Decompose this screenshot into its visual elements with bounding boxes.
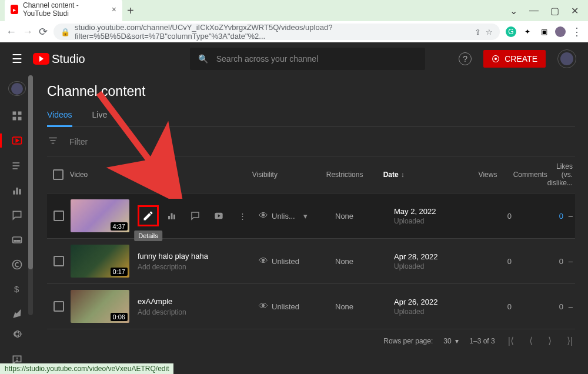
next-page-icon[interactable]: ⟩ [546, 335, 554, 346]
column-views[interactable]: Views [457, 171, 497, 179]
svg-rect-20 [52, 143, 55, 144]
filter-placeholder: Filter [69, 137, 88, 146]
profile-avatar-icon[interactable] [555, 26, 566, 37]
monetization-icon[interactable]: $ [10, 283, 24, 295]
svg-rect-2 [13, 117, 16, 121]
comments-cell[interactable]: 0 [512, 302, 563, 311]
edit-details-button[interactable]: Details [138, 205, 159, 226]
extensions-icon[interactable]: ✦ [522, 26, 533, 37]
tab-close-icon[interactable]: × [112, 5, 116, 14]
help-icon[interactable]: ? [459, 52, 472, 65]
column-restrictions[interactable]: Restrictions [326, 171, 383, 179]
analytics-button[interactable] [161, 205, 182, 226]
bookmark-icon[interactable]: ☆ [486, 28, 493, 36]
studio-logo[interactable]: Studio [33, 52, 85, 66]
minimize-icon[interactable]: — [529, 5, 539, 16]
new-tab-button[interactable]: + [127, 4, 134, 21]
main-content: Channel content Videos Live Filter Video… [34, 75, 588, 374]
search-input[interactable]: 🔍 Search across your channel [190, 48, 425, 70]
table-header: Video Visibility Restrictions Date↓ View… [47, 156, 575, 193]
restrictions-cell: None [335, 212, 394, 221]
filter-bar[interactable]: Filter [47, 127, 575, 156]
create-icon: ⦿ [492, 54, 500, 64]
reload-icon[interactable]: ⟳ [39, 25, 48, 38]
pagination: Rows per page: 30 ▾ 1–3 of 3 |⟨ ⟨ ⟩ ⟩| [47, 329, 575, 352]
svg-point-14 [13, 260, 22, 269]
channel-avatar[interactable] [8, 81, 26, 96]
first-page-icon[interactable]: |⟨ [506, 335, 516, 346]
column-video[interactable]: Video [70, 171, 252, 179]
account-avatar[interactable] [557, 49, 576, 68]
last-page-icon[interactable]: ⟩| [564, 335, 575, 346]
dashboard-icon[interactable] [10, 110, 24, 122]
copyright-icon[interactable] [10, 259, 24, 271]
content-tabs: Videos Live [47, 110, 575, 127]
date-cell: Apr 28, 2022Uploaded [394, 252, 470, 271]
browser-chrome: ▸ Channel content - YouTube Studi × + ⌄ … [0, 0, 588, 42]
maximize-icon[interactable]: ▢ [550, 5, 559, 16]
svg-rect-18 [49, 138, 57, 139]
rows-per-page-label: Rows per page: [383, 337, 433, 345]
browser-tabbar: ▸ Channel content - YouTube Studi × + ⌄ … [0, 0, 588, 21]
video-row[interactable]: 0:17 funny halo play haha Add descriptio… [47, 239, 575, 284]
watch-on-youtube-button[interactable] [208, 205, 229, 226]
playlists-icon[interactable] [10, 160, 24, 172]
extension-grammarly-icon[interactable]: G [506, 26, 516, 37]
details-tooltip: Details [134, 231, 162, 241]
extension-icon[interactable]: ▣ [539, 26, 549, 37]
search-placeholder: Search across your channel [216, 54, 319, 64]
analytics-icon[interactable] [10, 185, 24, 196]
share-icon[interactable]: ⇪ [475, 28, 481, 36]
forward-icon[interactable]: → [22, 26, 33, 38]
comments-button[interactable] [185, 205, 206, 226]
video-title[interactable]: exAAmple [138, 297, 186, 306]
rows-per-page-select[interactable]: 30 ▾ [443, 337, 459, 345]
row-checkbox[interactable] [54, 211, 64, 221]
select-all-checkbox[interactable] [53, 169, 64, 180]
sidebar-scrollbar[interactable] [28, 75, 33, 315]
column-comments[interactable]: Comments [497, 171, 547, 179]
video-row[interactable]: 4:37 Details ⋮ Unlis... None May 2, 2022… [47, 193, 575, 239]
create-button[interactable]: ⦿ CREATE [483, 50, 546, 68]
video-description[interactable]: Add description [138, 308, 186, 316]
more-options-button[interactable]: ⋮ [232, 205, 253, 226]
comments-icon[interactable] [10, 209, 24, 221]
browser-tab[interactable]: ▸ Channel content - YouTube Studi × [5, 0, 122, 21]
customization-icon[interactable] [10, 308, 24, 320]
video-thumbnail[interactable]: 4:37 [71, 199, 129, 232]
address-bar[interactable]: 🔒 studio.youtube.com/channel/UCvY_iICkXo… [54, 24, 500, 40]
svg-rect-0 [13, 112, 16, 115]
visibility-icon [259, 301, 268, 312]
column-visibility[interactable]: Visibility [252, 171, 326, 179]
column-likes[interactable]: Likes (vs. dislike... [547, 162, 575, 187]
video-thumbnail[interactable]: 0:17 [71, 245, 129, 278]
prev-page-icon[interactable]: ⟨ [527, 335, 535, 346]
menu-icon[interactable]: ☰ [12, 52, 22, 66]
close-window-icon[interactable]: ✕ [571, 5, 579, 16]
row-checkbox[interactable] [54, 301, 64, 312]
visibility-cell[interactable]: Unlisted [259, 256, 335, 266]
video-row[interactable]: 0:06 exAAmple Add description Unlisted N… [47, 284, 575, 329]
tab-live[interactable]: Live [92, 110, 108, 126]
video-description[interactable]: Add description [138, 263, 208, 271]
comments-cell[interactable]: 0 [512, 212, 563, 221]
tab-videos[interactable]: Videos [47, 110, 72, 127]
visibility-cell[interactable]: Unlis... [259, 211, 335, 221]
views-cell: 0 [470, 302, 512, 311]
svg-rect-22 [171, 213, 173, 220]
chrome-menu-icon[interactable]: ⋮ [572, 25, 582, 38]
svg-rect-10 [19, 189, 21, 194]
video-title[interactable]: funny halo play haha [138, 252, 208, 261]
comments-cell[interactable]: 0 [512, 257, 563, 266]
svg-rect-21 [168, 216, 170, 219]
svg-rect-7 [13, 168, 18, 169]
chevron-down-icon[interactable]: ⌄ [510, 5, 517, 16]
video-thumbnail[interactable]: 0:06 [71, 290, 129, 323]
back-icon[interactable]: ← [6, 26, 16, 38]
row-checkbox[interactable] [54, 256, 64, 266]
content-icon[interactable] [10, 135, 24, 146]
subtitles-icon[interactable] [10, 234, 24, 246]
visibility-cell[interactable]: Unlisted [259, 301, 335, 312]
settings-icon[interactable] [10, 328, 24, 340]
column-date[interactable]: Date↓ [383, 171, 457, 179]
